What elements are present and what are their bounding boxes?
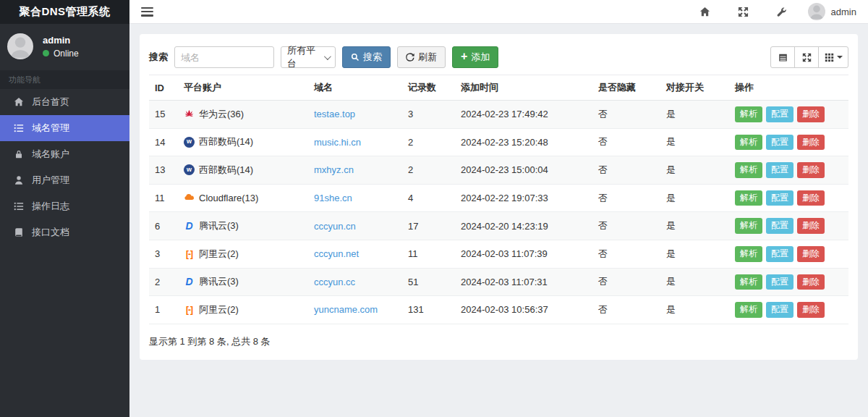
col-added: 添加时间: [455, 75, 592, 101]
cell-hidden: 否: [592, 212, 660, 240]
col-linked: 对接开关: [660, 75, 729, 101]
app-brand: 聚合DNS管理系统: [0, 0, 129, 24]
cell-id: 13: [149, 156, 178, 185]
table-toolbar: 搜索 所有平台 搜索 刷新 +: [149, 46, 848, 68]
cell-added: 2024-02-22 19:07:33: [455, 184, 592, 212]
parse-button[interactable]: 解析: [735, 274, 762, 290]
parse-button[interactable]: 解析: [735, 190, 762, 206]
parse-button[interactable]: 解析: [735, 106, 762, 122]
cell-linked: 是: [660, 156, 729, 185]
avatar: [808, 3, 825, 20]
delete-button[interactable]: 删除: [797, 135, 825, 151]
domain-link[interactable]: cccyun.cc: [314, 277, 355, 287]
table-row: 13 西部数码(14) mxhyz.cn 2 2024-02-23 15:00:…: [149, 156, 848, 185]
cell-records: 17: [402, 212, 455, 240]
nav-section-label: 功能导航: [0, 70, 129, 89]
config-button[interactable]: 配置: [766, 302, 793, 318]
sidebar-item-user-management[interactable]: 用户管理: [0, 167, 129, 193]
fullscreen-icon[interactable]: [724, 7, 762, 17]
col-actions: 操作: [729, 75, 848, 101]
sidebar-item-dashboard[interactable]: 后台首页: [0, 89, 129, 115]
col-id: ID: [149, 75, 178, 101]
config-button[interactable]: 配置: [766, 274, 793, 290]
parse-button[interactable]: 解析: [735, 246, 762, 262]
delete-button[interactable]: 删除: [797, 302, 825, 318]
cell-hidden: 否: [592, 268, 660, 296]
sidebar-item-domain-accounts[interactable]: 域名账户: [0, 141, 129, 167]
table-row: 15 华为云(36) testae.top 3 2024-02-23 17:49…: [149, 101, 848, 129]
sidebar: 聚合DNS管理系统 admin Online 功能导航 后台首页 域名管理 域名…: [0, 0, 129, 417]
refresh-icon: [406, 53, 414, 62]
delete-button[interactable]: 删除: [797, 162, 825, 178]
west-digital-icon: [184, 164, 195, 175]
cell-records: 131: [402, 296, 455, 324]
table-row: 6 腾讯云(3) cccyun.cn 17 2024-02-20 14:23:1…: [149, 212, 848, 240]
cell-linked: 是: [660, 212, 729, 240]
table-row: 1 阿里云(2) yuncname.com 131 2024-02-03 10:…: [149, 296, 848, 324]
cell-added: 2024-02-03 10:56:37: [455, 296, 592, 324]
config-button[interactable]: 配置: [766, 190, 793, 206]
delete-button[interactable]: 删除: [797, 106, 825, 122]
domain-link[interactable]: testae.top: [314, 109, 355, 119]
columns-button[interactable]: [818, 46, 848, 68]
sidebar-toggle-icon[interactable]: [141, 7, 153, 17]
user-icon: [14, 175, 24, 185]
config-button[interactable]: 配置: [766, 135, 793, 151]
sidebar-item-operation-logs[interactable]: 操作日志: [0, 193, 129, 219]
book-icon: [14, 227, 24, 237]
table-row: 2 腾讯云(3) cccyun.cc 51 2024-02-03 11:07:3…: [149, 268, 848, 296]
delete-button[interactable]: 删除: [797, 246, 825, 262]
cell-id: 15: [149, 101, 178, 129]
config-button[interactable]: 配置: [766, 106, 793, 122]
toggle-view-button[interactable]: [770, 46, 795, 68]
cell-hidden: 否: [592, 296, 660, 324]
config-button[interactable]: 配置: [766, 246, 793, 262]
cell-linked: 是: [660, 101, 729, 129]
search-button[interactable]: 搜索: [342, 46, 391, 68]
wrench-icon[interactable]: [762, 7, 801, 17]
cell-hidden: 否: [592, 240, 660, 268]
col-records: 记录数: [402, 75, 455, 101]
user-status-label: Online: [54, 49, 79, 59]
table-view-buttons: [770, 46, 848, 68]
cell-hidden: 否: [592, 156, 660, 185]
cell-linked: 是: [660, 128, 729, 156]
domain-link[interactable]: 91she.cn: [314, 193, 352, 203]
platform-filter-select[interactable]: 所有平台: [281, 46, 336, 68]
cell-hidden: 否: [592, 128, 660, 156]
domain-link[interactable]: music.hi.cn: [314, 137, 361, 148]
home-icon[interactable]: [686, 7, 724, 17]
parse-button[interactable]: 解析: [735, 162, 762, 178]
plus-icon: +: [461, 51, 467, 62]
log-icon: [14, 201, 24, 211]
sidebar-item-api-docs[interactable]: 接口文档: [0, 219, 129, 245]
caret-down-icon: [837, 56, 843, 59]
domain-link[interactable]: cccyun.cn: [314, 221, 356, 232]
parse-button[interactable]: 解析: [735, 302, 762, 318]
table-fullscreen-button[interactable]: [794, 46, 819, 68]
cell-records: 4: [402, 184, 455, 212]
refresh-button-label: 刷新: [418, 51, 437, 64]
delete-button[interactable]: 删除: [797, 218, 825, 234]
sidebar-item-domain-management[interactable]: 域名管理: [0, 115, 129, 141]
cell-records: 2: [402, 156, 455, 185]
delete-button[interactable]: 删除: [797, 274, 825, 290]
domain-link[interactable]: yuncname.com: [314, 304, 378, 315]
parse-button[interactable]: 解析: [735, 218, 762, 234]
delete-button[interactable]: 删除: [797, 190, 825, 206]
cell-added: 2024-02-23 17:49:42: [455, 101, 592, 129]
search-input[interactable]: [174, 46, 274, 68]
avatar: [7, 33, 33, 59]
config-button[interactable]: 配置: [766, 218, 793, 234]
refresh-button[interactable]: 刷新: [397, 46, 446, 68]
cell-platform: 腾讯云(3): [199, 275, 239, 288]
table-header-row: ID 平台账户 域名 记录数 添加时间 是否隐藏 对接开关 操作: [149, 75, 848, 101]
add-button[interactable]: + 添加: [452, 46, 498, 68]
user-menu[interactable]: admin: [801, 3, 856, 20]
config-button[interactable]: 配置: [766, 162, 793, 178]
cell-added: 2024-02-23 15:00:04: [455, 156, 592, 185]
domain-link[interactable]: cccyun.net: [314, 248, 359, 259]
add-button-label: 添加: [471, 51, 490, 64]
parse-button[interactable]: 解析: [735, 135, 762, 151]
domain-link[interactable]: mxhyz.cn: [314, 164, 354, 175]
